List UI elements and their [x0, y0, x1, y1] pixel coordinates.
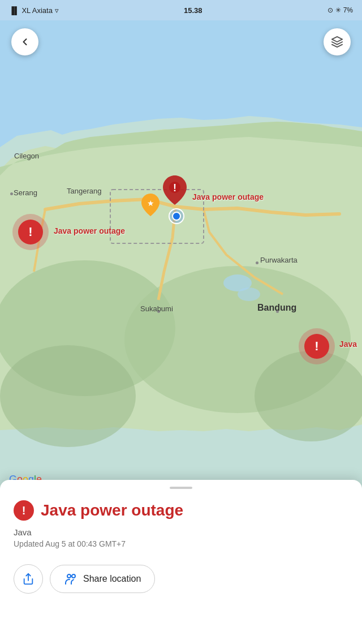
wifi-icon: ▿ — [55, 6, 59, 15]
alert-label-2: Java power outage — [192, 192, 264, 201]
panel-alert-icon: ! — [14, 500, 34, 521]
layers-button[interactable] — [324, 28, 351, 55]
svg-text:!: ! — [173, 182, 176, 194]
back-button[interactable] — [11, 28, 38, 55]
status-carrier: ▐▌ XL Axiata ▿ — [9, 6, 59, 15]
map-container: ! Java power outage ! Java power outage … — [0, 0, 362, 492]
user-location-dot — [169, 208, 184, 224]
svg-point-4 — [0, 345, 136, 447]
signal-icon: ▐▌ — [9, 6, 19, 15]
alert-exclaim-3: ! — [314, 339, 318, 354]
share-location-icon — [64, 572, 77, 586]
panel-title-row: ! Java power outage — [14, 500, 348, 521]
city-bandung: Bandung — [257, 303, 296, 313]
status-bar: ▐▌ XL Axiata ▿ 15.38 ⊙ ✳ 7% — [0, 0, 362, 20]
svg-point-7 — [238, 287, 260, 301]
bluetooth-icon: ✳ — [335, 6, 341, 14]
bottom-panel: ! Java power outage Java Updated Aug 5 a… — [0, 480, 362, 644]
panel-alert-title: Java power outage — [41, 501, 183, 520]
status-time: 15.38 — [184, 6, 202, 15]
panel-region: Java — [14, 527, 348, 537]
alert-outer-1: ! — [12, 214, 49, 250]
panel-actions: Share location — [14, 564, 348, 594]
svg-point-14 — [72, 574, 75, 578]
city-dot-serang — [10, 192, 13, 195]
drag-handle — [170, 487, 192, 489]
alert-label-3: Java — [339, 340, 357, 349]
share-location-button[interactable]: Share location — [50, 565, 155, 593]
city-sukabumi: Sukabumi — [140, 304, 173, 313]
share-button[interactable] — [14, 564, 43, 594]
status-right: ⊙ ✳ 7% — [327, 6, 353, 14]
alert-outer-3: ! — [299, 328, 335, 364]
map-background — [0, 0, 362, 492]
location-icon: ⊙ — [327, 6, 333, 14]
city-cilegon: Cilegon — [14, 152, 39, 160]
alert-pin-2[interactable]: ! — [163, 175, 187, 205]
panel-exclaim: ! — [22, 504, 26, 517]
battery-text: 7% — [343, 6, 353, 14]
city-dot-purwakarta — [256, 261, 258, 264]
alert-inner-1: ! — [18, 220, 43, 244]
user-location-dot-inner — [172, 212, 181, 221]
share-location-label: Share location — [83, 574, 141, 584]
alert-pin-svg: ! — [163, 175, 187, 205]
alert-exclaim-1: ! — [28, 225, 32, 239]
city-purwakarta: Purwakarta — [260, 256, 298, 264]
alert-inner-3: ! — [304, 334, 329, 359]
city-tangerang: Tangerang — [67, 187, 101, 195]
city-serang: Serang — [14, 188, 37, 197]
panel-updated: Updated Aug 5 at 00:43 GMT+7 — [14, 539, 348, 548]
alert-marker-3[interactable]: ! — [299, 328, 335, 364]
svg-marker-8 — [332, 37, 342, 42]
share-icon — [22, 573, 35, 585]
star-pin[interactable]: ★ — [141, 194, 160, 218]
svg-point-13 — [67, 574, 71, 578]
alert-marker-1[interactable]: ! — [12, 214, 49, 250]
alert-label-1: Java power outage — [54, 226, 125, 235]
star-pin-svg: ★ — [141, 194, 160, 216]
svg-text:★: ★ — [147, 199, 154, 208]
